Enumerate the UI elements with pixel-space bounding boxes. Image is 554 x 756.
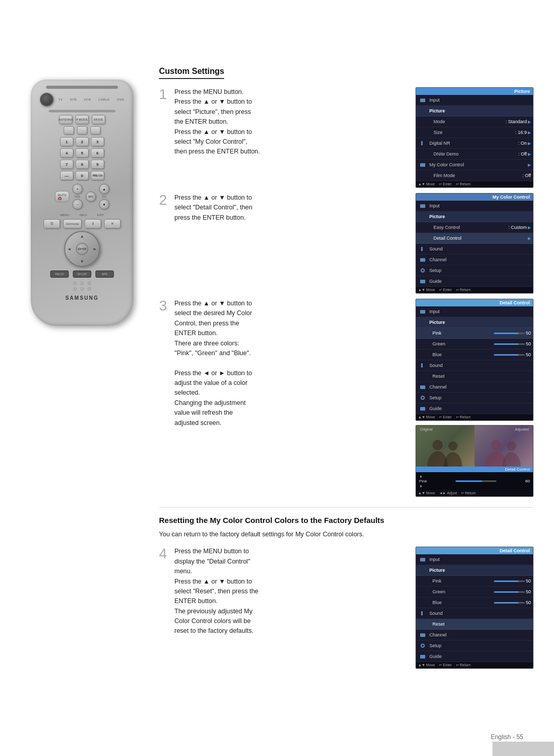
tv-body-detail2: Input Picture Pink 50 Green — [416, 554, 533, 668]
dot-3 — [87, 281, 91, 285]
vol-ch-section: MUTE🔇 + VOL − SRC ▲ CH ▼ — [55, 184, 109, 209]
photo-composite: Original Adjusted — [416, 425, 533, 497]
antenna-button[interactable]: ANTENNA — [59, 115, 72, 124]
btn-prech[interactable]: PRE-CH — [91, 171, 104, 180]
d-up-arrow[interactable]: ▲ — [80, 234, 84, 239]
tv-detail2-blue: Blue 50 — [416, 597, 533, 608]
svg-point-5 — [491, 440, 501, 450]
remote-body: TV STB VCR CABLE DVD ANTENNA P.MODE MODE… — [31, 80, 133, 326]
enter-button[interactable]: ENTER — [76, 243, 88, 255]
d-down-arrow[interactable]: ▼ — [80, 259, 84, 264]
btn-8[interactable]: 8 — [75, 160, 89, 169]
tv-mycolor-row-picture: Picture — [416, 211, 533, 222]
btn-6[interactable]: 6 — [91, 148, 104, 158]
btn-1[interactable]: 1 — [60, 137, 73, 146]
tv-detail1-reset: Reset — [416, 371, 533, 382]
svg-point-7 — [507, 441, 516, 451]
dot-1 — [73, 281, 77, 285]
svg-point-6 — [502, 452, 521, 467]
svg-point-2 — [444, 452, 462, 467]
tv-body-picture: Input Picture Mode : Standard ▶ Size : 1… — [416, 95, 533, 187]
tv-detail2-setup: Setup — [416, 641, 533, 651]
step-2-number: 2 — [159, 193, 169, 207]
tv-mycolor-row-detail: Detail Control ▶ — [416, 233, 533, 244]
tv-row-size: Size : 16:9 ▶ — [416, 127, 533, 138]
photo-original: Original — [416, 425, 474, 467]
dot-row-2 — [73, 287, 91, 291]
tv-title-detail1: Detail Control — [416, 299, 533, 306]
photo-mini-row-pink: Pink 60 — [419, 479, 530, 483]
number-pad: 1 2 3 4 5 6 7 8 9 — 0 PRE-CH — [60, 137, 104, 180]
mode-button[interactable]: MODE — [92, 115, 105, 124]
vol-down[interactable]: − — [72, 199, 83, 209]
tv-detail1-guide: Guide — [416, 403, 533, 414]
tv-row-filmmode: Film Mode : Off — [416, 170, 533, 181]
btn-4[interactable]: 4 — [60, 148, 73, 158]
btn-2[interactable]: 2 — [75, 137, 89, 146]
btn-empty3[interactable] — [90, 126, 101, 134]
btn-dash[interactable]: — — [60, 171, 73, 180]
step-4-row: 4 Press the MENU button to display the "… — [159, 547, 533, 669]
tv-row-sound: Digital NR : On ▶ — [416, 138, 533, 149]
power-button[interactable] — [40, 93, 53, 106]
tv-body-detail1: Input Picture Pink 50 — [416, 306, 533, 420]
d-right-arrow[interactable]: ► — [93, 247, 97, 251]
photo-adjusted: Adjusted — [474, 425, 533, 467]
btn-empty2[interactable] — [77, 126, 87, 134]
tv-detail1-sound: Sound — [416, 360, 533, 371]
ch-down[interactable]: ▼ — [99, 199, 109, 209]
step-4-text: Press the MENU button to display the "De… — [174, 547, 408, 636]
exit-button[interactable]: ✕ — [104, 219, 121, 228]
btn-9[interactable]: 9 — [91, 160, 104, 169]
bottom-buttons: FAV.CH CH LIST MTS — [50, 270, 114, 278]
info-button[interactable]: ℹ — [85, 219, 101, 228]
remote-power-row: TV STB VCR CABLE DVD — [36, 93, 128, 106]
indicator-dots — [73, 281, 91, 291]
label-cable: CABLE — [98, 98, 110, 101]
pmode-button[interactable]: P.MODE — [75, 115, 89, 124]
tv-row-picture-label: Picture — [416, 106, 533, 117]
menu-button[interactable]: ☰ — [44, 219, 60, 228]
label-tv: TV — [58, 98, 63, 101]
ch-list-button[interactable]: CH LIST — [73, 270, 91, 278]
remote-input-bar — [49, 110, 115, 112]
tv-screen-mycolor: My Color Control Input Picture Easy Cont… — [416, 193, 533, 294]
menu-info-row: ☰ Samsung ℹ ✕ — [44, 219, 121, 228]
mts-button[interactable]: MTS — [95, 270, 114, 278]
fav-ch-button[interactable]: FAV.CH — [50, 270, 69, 278]
photo-mini-bar: ▲ Pink 60 ▼ — [416, 472, 533, 490]
tv-detail2-pink: Pink 50 — [416, 576, 533, 587]
dot-4 — [73, 287, 77, 291]
btn-3[interactable]: 3 — [91, 137, 104, 146]
tv-detail1-pink: Pink 50 — [416, 328, 533, 339]
samsung-logo: SAMSUNG — [65, 295, 98, 301]
source-button[interactable]: SRC — [86, 191, 96, 202]
mute-button[interactable]: MUTE🔇 — [55, 191, 69, 202]
remote-row2 — [64, 126, 101, 134]
d-left-arrow[interactable]: ◄ — [67, 247, 71, 251]
vol-group: + VOL − — [72, 184, 83, 209]
ch-up[interactable]: ▲ — [99, 184, 109, 194]
tv-row-channel: My Color Control ▶ — [416, 160, 533, 170]
tv-title-picture: Picture — [416, 88, 533, 95]
vol-up[interactable]: + — [72, 184, 83, 194]
d-pad-ring[interactable]: ▲ ▼ ◄ ► ENTER — [64, 231, 100, 267]
svg-point-1 — [432, 440, 443, 450]
dot-6 — [87, 287, 91, 291]
tv-title-mycolor: My Color Control — [416, 193, 533, 201]
tv-detail1-green: Green 50 — [416, 339, 533, 350]
tv-mycolor-row-easy: Easy Control : Custom ▶ — [416, 222, 533, 233]
btn-7[interactable]: 7 — [60, 160, 73, 169]
reset-section-title: Resetting the My Color Control Colors to… — [159, 516, 533, 525]
tv-mycolor-row-channel: Channel — [416, 255, 533, 265]
btn-0[interactable]: 0 — [75, 171, 89, 180]
tv-footer-mycolor: ▲▼ Move↵ Enter↩ Return — [416, 287, 533, 293]
page-number: English - 55 — [491, 733, 523, 741]
samsung-logo-btn[interactable]: Samsung — [63, 219, 82, 228]
btn-5[interactable]: 5 — [75, 148, 89, 158]
tv-title-detail2: Detail Control — [416, 547, 533, 554]
step-1-number: 1 — [159, 87, 169, 102]
photo-mini-title: Detail Control — [416, 467, 533, 472]
label-dvd: DVD — [117, 98, 124, 101]
btn-empty1[interactable] — [64, 126, 74, 134]
